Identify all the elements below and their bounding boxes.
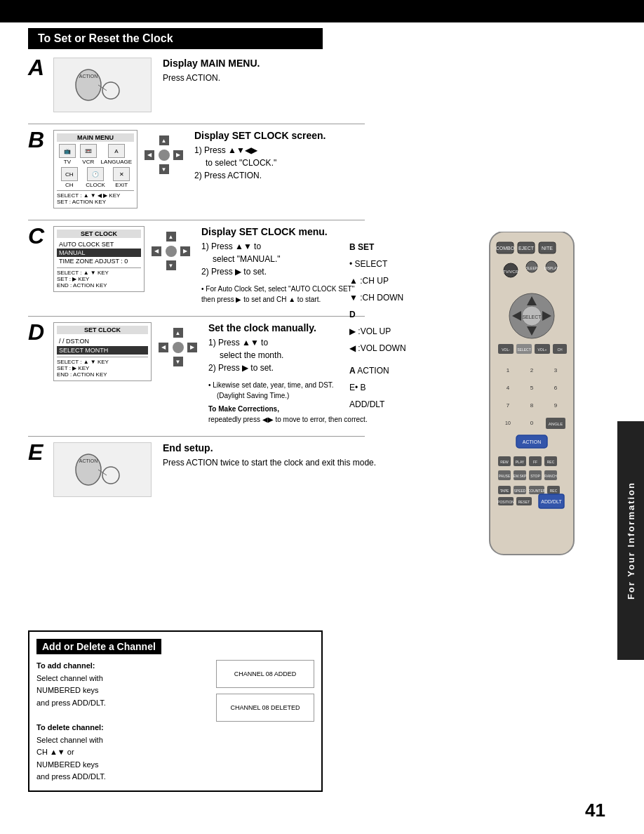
center-d: [173, 342, 184, 353]
remote-svg: COMBO EJECT NITE TV/VCR SLEEP DISPLAY SE…: [462, 232, 602, 569]
remote-labels: B SET • SELECT ▲ :CH UP ▼ :CH DOWN D ▶ :…: [349, 239, 406, 413]
label-vol-down: ◀ :VOL DOWN: [349, 340, 406, 357]
svg-text:0: 0: [530, 420, 534, 426]
label-ch-up: ▲ :CH UP: [349, 272, 406, 289]
svg-text:10: 10: [505, 421, 511, 425]
sidebar-text: For Your Information: [626, 482, 636, 600]
svg-text:RESET: RESET: [518, 500, 530, 504]
menu-bottom-b: SELECT : ▲ ▼ ◀ ▶ KEY SET : ACTION KEY: [57, 190, 134, 205]
add-delete-title: Add or Delete a Channel: [36, 639, 161, 654]
svg-text:REC: REC: [547, 460, 555, 464]
right-sidebar: For Your Information: [617, 421, 644, 660]
arrow-down-b: ▼: [159, 164, 169, 174]
date-line: / / DST:ON: [57, 336, 148, 346]
svg-text:FF: FF: [533, 460, 537, 464]
svg-text:ANGLE: ANGLE: [549, 422, 563, 426]
svg-text:NITE: NITE: [542, 246, 553, 251]
divider-cd: [28, 316, 365, 317]
arrow-down-d: ▼: [173, 357, 183, 366]
svg-point-6: [102, 467, 119, 484]
menu-icon-clock: 🕐 CLOCK: [86, 167, 105, 188]
step-a-heading: Display MAIN MENU.: [163, 58, 603, 69]
divider-bc: [28, 220, 365, 220]
svg-text:REW: REW: [500, 460, 509, 464]
main-menu-title: MAIN MENU: [57, 133, 134, 142]
center-b: [159, 150, 170, 161]
menu-icon-tv: 📺 TV: [59, 144, 76, 165]
channel-deleted-screen: CHANNEL 08 DELETED: [216, 694, 314, 722]
step-b-step1b: to select "CLOCK.": [194, 157, 603, 169]
svg-text:SPEED: SPEED: [514, 489, 526, 493]
arrow-up-c: ▲: [166, 232, 176, 241]
step-b-step1: 1) Press ▲▼◀▶: [194, 144, 603, 157]
arrow-up-d: ▲: [173, 328, 183, 338]
svg-text:SELECT: SELECT: [517, 348, 530, 352]
svg-text:TAPE: TAPE: [500, 489, 509, 493]
manual-item: MANUAL: [57, 249, 141, 257]
svg-point-2: [102, 82, 119, 99]
step-e-letter: E: [28, 439, 53, 465]
step-c-menu-footer: SELECT : ▲ ▼ KEY SET : ▶ KEY END : ACTIO…: [57, 267, 141, 289]
svg-text:COMBO: COMBO: [496, 246, 515, 251]
add-delete-content: To add channel: Select channel with NUMB…: [36, 660, 314, 783]
label-vol-up: ▶ :VOL UP: [349, 323, 406, 340]
step-a-image: ACTION: [53, 58, 152, 112]
step-d-letter: D: [28, 319, 53, 345]
label-a: A ACTION: [349, 362, 406, 379]
svg-text:7: 7: [507, 402, 510, 409]
step-b-arrow-pad: ▲ ▼ ◀ ▶: [145, 135, 183, 174]
svg-text:SLEEP: SLEEP: [526, 266, 538, 270]
svg-text:STOP: STOP: [530, 474, 540, 478]
step-c-note: • For Auto Clock Set, select "AUTO CLOCK…: [201, 284, 356, 305]
step-d-arrow-pad: ▲ ▼ ◀ ▶: [159, 328, 197, 366]
step-e-image: ACTION: [53, 442, 152, 497]
arrow-right-c: ▶: [180, 246, 190, 256]
svg-text:1: 1: [507, 367, 510, 373]
auto-clock-item: AUTO CLOCK SET: [57, 240, 141, 249]
arrow-left-b: ◀: [145, 150, 154, 160]
svg-text:8: 8: [530, 402, 534, 409]
label-b-set: B SET: [349, 239, 406, 256]
step-b-row: B MAIN MENU 📺 TV 📼 VCR A LANGUAGE: [28, 130, 603, 208]
step-b-menu: MAIN MENU 📺 TV 📼 VCR A LANGUAGE: [53, 130, 137, 208]
label-add-dlt: ADD/DLT: [349, 396, 406, 413]
svg-text:6: 6: [554, 385, 558, 391]
svg-text:SELECT: SELECT: [522, 315, 542, 319]
step-b-desc: Display SET CLOCK screen. 1) Press ▲▼◀▶ …: [194, 130, 603, 182]
svg-text:3: 3: [554, 367, 558, 373]
step-a-text: Press ACTION.: [163, 72, 603, 84]
svg-text:9: 9: [554, 402, 558, 409]
svg-text:VOL+: VOL+: [538, 348, 547, 352]
set-clock-title-c: SET CLOCK: [57, 230, 141, 238]
arrow-right-d: ▶: [187, 343, 197, 352]
add-delete-section: Add or Delete a Channel To add channel: …: [28, 630, 323, 792]
section-title: To Set or Reset the Clock: [28, 28, 323, 49]
svg-text:PLAY: PLAY: [516, 460, 525, 464]
svg-text:VOL-: VOL-: [502, 348, 510, 352]
label-ch-down: ▼ :CH DOWN: [349, 289, 406, 306]
svg-text:ADD/DLT: ADD/DLT: [541, 499, 562, 504]
channel-added-screen: CHANNEL 08 ADDED: [216, 660, 314, 688]
step-b-step2: 2) Press ACTION.: [194, 169, 603, 182]
divider-ab: [28, 124, 365, 124]
menu-icon-language: A LANGUAGE: [101, 144, 132, 165]
menu-icon-exit: ✕ EXIT: [113, 167, 130, 188]
channel-screens: CHANNEL 08 ADDED CHANNEL 08 DELETED: [216, 660, 314, 783]
svg-text:EM.SKP: EM.SKP: [514, 474, 528, 478]
arrow-down-c: ▼: [166, 260, 176, 270]
svg-text:5: 5: [530, 385, 534, 391]
step-d-note1: • Likewise set date, year, time, and DST…: [208, 380, 349, 401]
svg-text:EJECT: EJECT: [518, 246, 535, 251]
label-select: • SELECT: [349, 256, 406, 272]
divider-de: [28, 436, 365, 437]
svg-text:ACTION: ACTION: [523, 439, 541, 444]
menu-icon-vcr: 📼 VCR: [80, 144, 97, 165]
arrow-right-b: ▶: [173, 150, 183, 160]
label-d: D: [349, 306, 406, 323]
step-b-letter: B: [28, 127, 53, 153]
svg-text:POSITION: POSITION: [497, 500, 514, 504]
svg-text:4: 4: [507, 385, 510, 391]
svg-text:TV/VCR: TV/VCR: [503, 270, 519, 274]
step-a-row: A ACTION Display MAIN MENU. Press ACTION…: [28, 58, 603, 112]
action-button-svg: ACTION: [67, 64, 137, 106]
